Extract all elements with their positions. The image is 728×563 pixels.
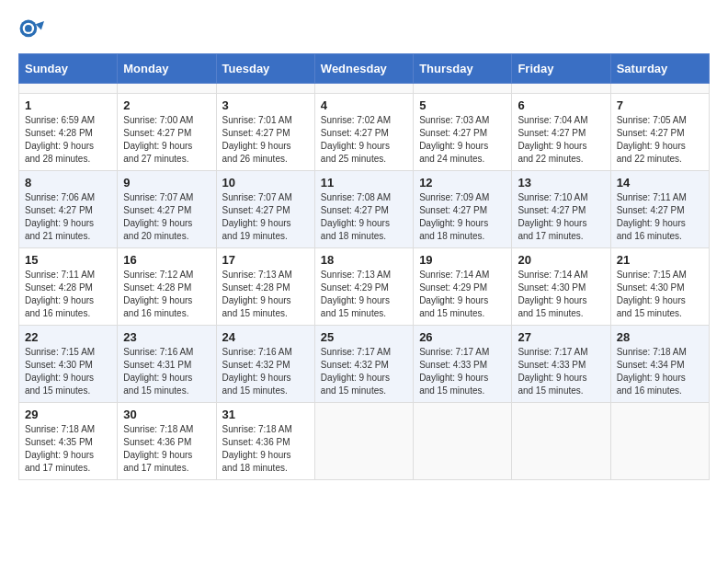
calendar-cell: 26Sunrise: 7:17 AMSunset: 4:33 PMDayligh… (414, 326, 512, 403)
day-number: 17 (222, 253, 309, 267)
day-number: 22 (25, 330, 111, 344)
calendar-cell: 14Sunrise: 7:11 AMSunset: 4:27 PMDayligh… (610, 171, 709, 248)
day-info: Sunrise: 7:12 AMSunset: 4:28 PMDaylight:… (123, 269, 210, 320)
day-number: 9 (123, 176, 210, 190)
calendar-cell: 11Sunrise: 7:08 AMSunset: 4:27 PMDayligh… (314, 171, 413, 248)
calendar-cell: 6Sunrise: 7:04 AMSunset: 4:27 PMDaylight… (512, 94, 610, 171)
day-header-sunday: Sunday (19, 54, 118, 84)
calendar-cell (512, 403, 610, 480)
day-info: Sunrise: 7:18 AMSunset: 4:35 PMDaylight:… (25, 423, 111, 475)
calendar-cell (414, 403, 512, 480)
day-info: Sunrise: 7:01 AMSunset: 4:27 PMDaylight:… (222, 114, 309, 166)
day-number: 8 (25, 176, 111, 190)
day-info: Sunrise: 7:13 AMSunset: 4:28 PMDaylight:… (222, 269, 309, 320)
day-number: 6 (518, 98, 604, 112)
day-number: 25 (321, 330, 407, 344)
calendar-cell: 30Sunrise: 7:18 AMSunset: 4:36 PMDayligh… (118, 403, 216, 480)
day-number: 19 (419, 253, 506, 267)
day-info: Sunrise: 7:08 AMSunset: 4:27 PMDaylight:… (321, 191, 407, 243)
day-number: 29 (25, 408, 111, 421)
day-number: 13 (518, 176, 604, 190)
day-info: Sunrise: 7:11 AMSunset: 4:27 PMDaylight:… (617, 191, 703, 243)
day-info: Sunrise: 7:15 AMSunset: 4:30 PMDaylight:… (617, 269, 703, 320)
day-info: Sunrise: 7:18 AMSunset: 4:34 PMDaylight:… (617, 346, 703, 397)
calendar-cell (118, 84, 216, 94)
day-number: 30 (123, 408, 210, 421)
day-info: Sunrise: 7:18 AMSunset: 4:36 PMDaylight:… (222, 423, 309, 475)
day-number: 20 (518, 253, 604, 267)
calendar-cell: 1Sunrise: 6:59 AMSunset: 4:28 PMDaylight… (19, 94, 118, 171)
day-number: 3 (222, 98, 309, 112)
calendar-cell: 29Sunrise: 7:18 AMSunset: 4:35 PMDayligh… (19, 403, 118, 480)
week-row-1 (19, 84, 710, 94)
calendar-cell: 20Sunrise: 7:14 AMSunset: 4:30 PMDayligh… (512, 248, 610, 326)
calendar-cell: 23Sunrise: 7:16 AMSunset: 4:31 PMDayligh… (118, 326, 216, 403)
day-number: 16 (123, 253, 210, 267)
logo (18, 18, 48, 44)
day-number: 14 (617, 176, 703, 190)
day-info: Sunrise: 7:16 AMSunset: 4:32 PMDaylight:… (222, 346, 309, 397)
day-header-monday: Monday (118, 54, 216, 84)
day-number: 27 (518, 330, 604, 344)
calendar-cell: 10Sunrise: 7:07 AMSunset: 4:27 PMDayligh… (216, 171, 314, 248)
day-info: Sunrise: 7:07 AMSunset: 4:27 PMDaylight:… (123, 191, 210, 243)
calendar-cell: 8Sunrise: 7:06 AMSunset: 4:27 PMDaylight… (19, 171, 118, 248)
day-header-thursday: Thursday (414, 54, 512, 84)
day-info: Sunrise: 7:07 AMSunset: 4:27 PMDaylight:… (222, 191, 309, 243)
day-info: Sunrise: 7:17 AMSunset: 4:32 PMDaylight:… (321, 346, 407, 397)
svg-point-2 (25, 25, 32, 32)
calendar-table: SundayMondayTuesdayWednesdayThursdayFrid… (18, 53, 710, 480)
day-info: Sunrise: 7:03 AMSunset: 4:27 PMDaylight:… (419, 114, 506, 166)
week-row-4: 15Sunrise: 7:11 AMSunset: 4:28 PMDayligh… (19, 248, 710, 326)
calendar-cell: 9Sunrise: 7:07 AMSunset: 4:27 PMDaylight… (118, 171, 216, 248)
day-number: 21 (617, 253, 703, 267)
day-info: Sunrise: 7:14 AMSunset: 4:30 PMDaylight:… (518, 269, 604, 320)
calendar-cell: 4Sunrise: 7:02 AMSunset: 4:27 PMDaylight… (314, 94, 413, 171)
calendar-cell (216, 84, 314, 94)
day-info: Sunrise: 7:13 AMSunset: 4:29 PMDaylight:… (321, 269, 407, 320)
calendar-cell: 13Sunrise: 7:10 AMSunset: 4:27 PMDayligh… (512, 171, 610, 248)
day-header-friday: Friday (512, 54, 610, 84)
week-row-6: 29Sunrise: 7:18 AMSunset: 4:35 PMDayligh… (19, 403, 710, 480)
day-number: 31 (222, 408, 309, 421)
day-info: Sunrise: 7:02 AMSunset: 4:27 PMDaylight:… (321, 114, 407, 166)
day-number: 23 (123, 330, 210, 344)
calendar-cell: 18Sunrise: 7:13 AMSunset: 4:29 PMDayligh… (314, 248, 413, 326)
calendar-cell (414, 84, 512, 94)
day-info: Sunrise: 7:00 AMSunset: 4:27 PMDaylight:… (123, 114, 210, 166)
calendar-cell: 28Sunrise: 7:18 AMSunset: 4:34 PMDayligh… (610, 326, 709, 403)
day-number: 5 (419, 98, 506, 112)
day-info: Sunrise: 7:17 AMSunset: 4:33 PMDaylight:… (518, 346, 604, 397)
day-info: Sunrise: 7:17 AMSunset: 4:33 PMDaylight:… (419, 346, 506, 397)
day-number: 24 (222, 330, 309, 344)
day-info: Sunrise: 7:11 AMSunset: 4:28 PMDaylight:… (25, 269, 111, 320)
calendar-cell: 16Sunrise: 7:12 AMSunset: 4:28 PMDayligh… (118, 248, 216, 326)
day-number: 7 (617, 98, 703, 112)
header (18, 18, 710, 44)
calendar-cell: 21Sunrise: 7:15 AMSunset: 4:30 PMDayligh… (610, 248, 709, 326)
day-info: Sunrise: 7:05 AMSunset: 4:27 PMDaylight:… (617, 114, 703, 166)
day-info: Sunrise: 7:10 AMSunset: 4:27 PMDaylight:… (518, 191, 604, 243)
calendar-cell (314, 403, 413, 480)
calendar-cell: 2Sunrise: 7:00 AMSunset: 4:27 PMDaylight… (118, 94, 216, 171)
calendar-cell (19, 84, 118, 94)
day-info: Sunrise: 7:18 AMSunset: 4:36 PMDaylight:… (123, 423, 210, 475)
day-number: 26 (419, 330, 506, 344)
calendar-cell: 22Sunrise: 7:15 AMSunset: 4:30 PMDayligh… (19, 326, 118, 403)
calendar-cell: 5Sunrise: 7:03 AMSunset: 4:27 PMDaylight… (414, 94, 512, 171)
calendar-cell (314, 84, 413, 94)
day-info: Sunrise: 7:16 AMSunset: 4:31 PMDaylight:… (123, 346, 210, 397)
day-number: 4 (321, 98, 407, 112)
calendar-cell: 15Sunrise: 7:11 AMSunset: 4:28 PMDayligh… (19, 248, 118, 326)
calendar-cell: 3Sunrise: 7:01 AMSunset: 4:27 PMDaylight… (216, 94, 314, 171)
day-info: Sunrise: 7:04 AMSunset: 4:27 PMDaylight:… (518, 114, 604, 166)
calendar-cell: 24Sunrise: 7:16 AMSunset: 4:32 PMDayligh… (216, 326, 314, 403)
day-header-tuesday: Tuesday (216, 54, 314, 84)
day-number: 10 (222, 176, 309, 190)
day-number: 11 (321, 176, 407, 190)
day-number: 2 (123, 98, 210, 112)
calendar-cell: 25Sunrise: 7:17 AMSunset: 4:32 PMDayligh… (314, 326, 413, 403)
calendar-cell (610, 84, 709, 94)
day-number: 12 (419, 176, 506, 190)
calendar-cell (610, 403, 709, 480)
